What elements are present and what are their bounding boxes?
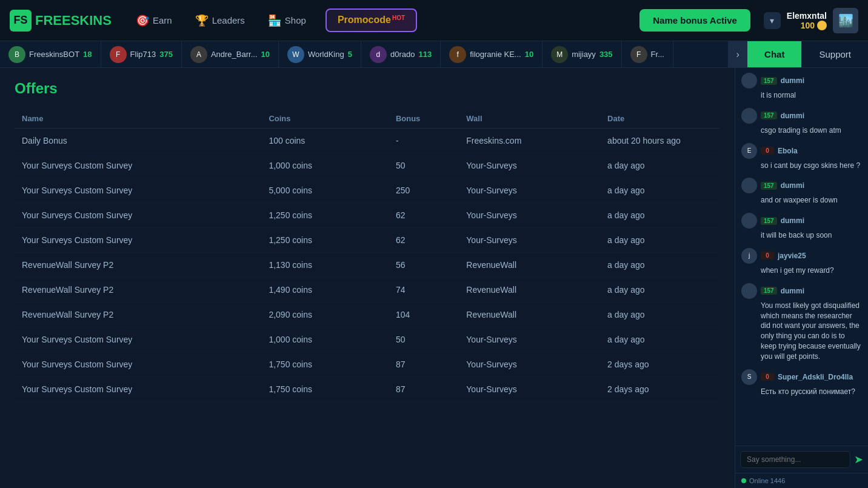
cell-name: Your Surveys Custom Survey: [15, 203, 261, 228]
chat-avatar: E: [741, 143, 757, 159]
ticker-name: filogranie KE...: [470, 50, 521, 59]
user-info: Elemxntal 100: [787, 11, 827, 30]
ticker-avatar: W: [287, 46, 304, 63]
cell-bonus: -: [389, 129, 459, 153]
cell-name: Your Surveys Custom Survey: [15, 228, 261, 253]
ticker-item[interactable]: d d0rado 113: [361, 41, 441, 68]
cell-date: a day ago: [600, 228, 720, 253]
logo-icon: FS: [10, 10, 32, 32]
col-header-wall: Wall: [459, 109, 600, 129]
leaders-nav-btn[interactable]: 🏆 Leaders: [187, 10, 253, 31]
logo: FS FREESKINS: [10, 10, 112, 32]
chat-level: 157: [761, 217, 777, 225]
ticker-avatar: d: [370, 46, 387, 63]
chat-messages: 157 dummi it is normal 157 dummi csgo tr…: [735, 68, 868, 446]
chat-username: jayvie25: [778, 252, 806, 260]
ticker-item[interactable]: A Andre_Barr... 10: [182, 41, 279, 68]
name-bonus-btn[interactable]: Name bonus Active: [639, 9, 750, 32]
logo-text: FREESKINS: [35, 13, 112, 28]
chat-msg-header: E 0 Ebola: [741, 143, 862, 159]
cell-date: a day ago: [600, 203, 720, 228]
ticker-score: 335: [599, 50, 613, 59]
ticker-avatar: F: [110, 46, 127, 63]
cell-coins: 1,000 coins: [261, 153, 389, 178]
table-row[interactable]: Daily Bonus 100 coins - Freeskins.com ab…: [15, 129, 720, 153]
cell-bonus: 62: [389, 228, 459, 253]
promo-hot: HOT: [392, 15, 405, 21]
cell-bonus: 87: [389, 352, 459, 377]
ticker-next-btn[interactable]: ›: [728, 41, 747, 68]
cell-wall: Your-Surveys: [459, 377, 600, 402]
cell-bonus: 50: [389, 327, 459, 352]
cell-name: Your Surveys Custom Survey: [15, 352, 261, 377]
ticker-item[interactable]: M mijiayy 335: [542, 41, 621, 68]
chat-btn[interactable]: Chat: [747, 41, 801, 68]
table-row[interactable]: Your Surveys Custom Survey 1,750 coins 8…: [15, 377, 720, 402]
chat-avatar: [741, 283, 757, 299]
cell-coins: 1,750 coins: [261, 352, 389, 377]
avatar: 🏙️: [833, 8, 858, 33]
cell-date: a day ago: [600, 302, 720, 327]
earn-nav-btn[interactable]: 🎯 Earn: [127, 10, 181, 31]
support-btn[interactable]: Support: [801, 41, 868, 68]
cell-bonus: 250: [389, 178, 459, 203]
chat-message: S 0 Super_Adskli_Dro4lla Есть кто русски…: [741, 369, 862, 397]
cell-coins: 2,090 coins: [261, 302, 389, 327]
chat-input[interactable]: [740, 451, 850, 468]
username: Elemxntal: [787, 11, 827, 21]
chat-message: 157 dummi You most likely got disqualifi…: [741, 283, 862, 362]
table-row[interactable]: Your Surveys Custom Survey 1,000 coins 5…: [15, 327, 720, 352]
table-row[interactable]: Your Surveys Custom Survey 5,000 coins 2…: [15, 178, 720, 203]
chat-input-area: ➤: [735, 446, 868, 473]
table-row[interactable]: Your Surveys Custom Survey 1,000 coins 5…: [15, 153, 720, 178]
promo-btn[interactable]: PromocodeHOT: [326, 8, 417, 32]
chat-avatar: [741, 178, 757, 193]
header-right: ▾ Elemxntal 100 🏙️: [764, 8, 858, 33]
cell-date: 2 days ago: [600, 352, 720, 377]
shop-label: Shop: [285, 15, 306, 25]
ticker-item[interactable]: W WorldKing 5: [279, 41, 361, 68]
chat-msg-header: 157 dummi: [741, 73, 862, 89]
logo-text-accent: SKINS: [71, 13, 112, 28]
cell-coins: 1,130 coins: [261, 253, 389, 278]
cell-name: RevenueWall Survey P2: [15, 253, 261, 278]
cell-wall: Your-Surveys: [459, 327, 600, 352]
header: FS FREESKINS 🎯 Earn 🏆 Leaders 🏪 Shop Pro…: [0, 0, 868, 41]
table-row[interactable]: Your Surveys Custom Survey 1,250 coins 6…: [15, 203, 720, 228]
ticker-avatar: B: [8, 46, 25, 63]
cell-name: RevenueWall Survey P2: [15, 278, 261, 302]
chat-level: 157: [761, 77, 777, 85]
cell-date: 2 days ago: [600, 377, 720, 402]
chat-level: 157: [761, 112, 777, 119]
ticker-score: 10: [525, 50, 533, 59]
cell-wall: Your-Surveys: [459, 228, 600, 253]
shop-nav-btn[interactable]: 🏪 Shop: [259, 10, 315, 31]
cell-coins: 1,250 coins: [261, 203, 389, 228]
ticker-item[interactable]: F Fr...: [622, 41, 673, 68]
table-row[interactable]: RevenueWall Survey P2 1,130 coins 56 Rev…: [15, 253, 720, 278]
cell-date: about 20 hours ago: [600, 129, 720, 153]
chat-avatar: [741, 108, 757, 124]
ticker-item[interactable]: f filogranie KE... 10: [441, 41, 542, 68]
cell-coins: 1,750 coins: [261, 377, 389, 402]
table-row[interactable]: Your Surveys Custom Survey 1,250 coins 6…: [15, 228, 720, 253]
cell-bonus: 62: [389, 203, 459, 228]
table-row[interactable]: Your Surveys Custom Survey 1,750 coins 8…: [15, 352, 720, 377]
earn-label: Earn: [153, 15, 172, 25]
ticker-item[interactable]: B FreeskinsBOT 18: [0, 41, 101, 68]
cell-wall: Your-Surveys: [459, 178, 600, 203]
chevron-down-btn[interactable]: ▾: [764, 12, 781, 29]
cell-coins: 5,000 coins: [261, 178, 389, 203]
chat-send-btn[interactable]: ➤: [854, 453, 863, 466]
chat-message: 157 dummi and or waxpeer is down: [741, 178, 862, 206]
table-row[interactable]: RevenueWall Survey P2 1,490 coins 74 Rev…: [15, 278, 720, 302]
cell-coins: 1,000 coins: [261, 327, 389, 352]
online-dot: [741, 478, 746, 483]
cell-wall: RevenueWall: [459, 278, 600, 302]
shop-icon: 🏪: [268, 14, 281, 27]
ticker-item[interactable]: F Flip713 375: [101, 41, 182, 68]
cell-bonus: 104: [389, 302, 459, 327]
chat-level: 0: [761, 147, 774, 155]
ticker-score: 375: [159, 50, 173, 59]
table-row[interactable]: RevenueWall Survey P2 2,090 coins 104 Re…: [15, 302, 720, 327]
